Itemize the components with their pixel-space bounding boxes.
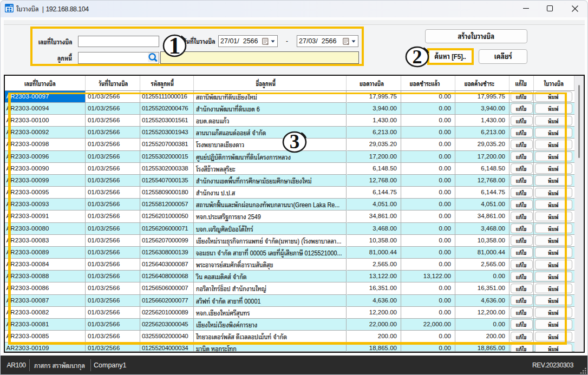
svg-text:2: 2 — [412, 45, 422, 67]
svg-text:1: 1 — [169, 32, 181, 59]
svg-text:3: 3 — [290, 130, 300, 153]
